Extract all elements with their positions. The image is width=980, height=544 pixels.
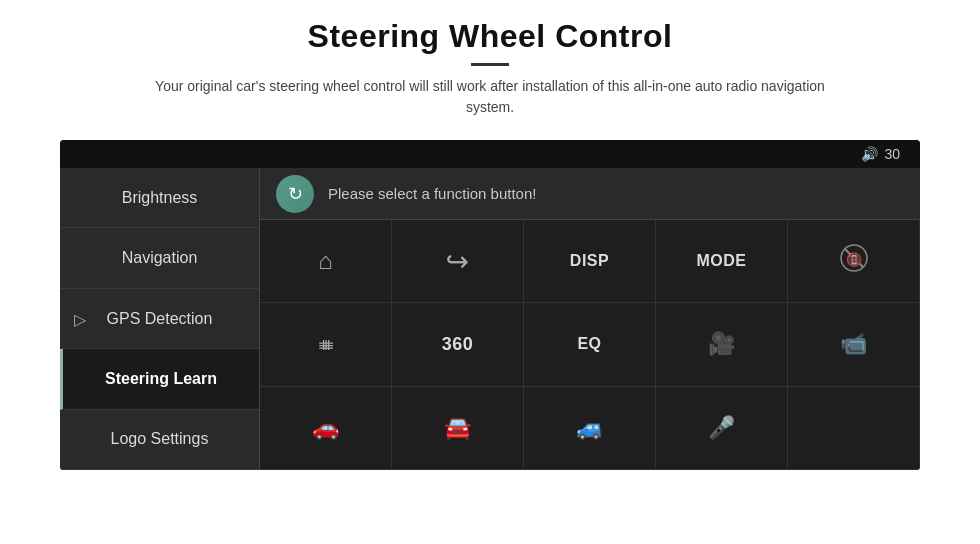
sidebar-item-gps-detection[interactable]: ▷ GPS Detection [60, 289, 259, 349]
control-panel: ↻ Please select a function button! ⌂ ↩ D… [260, 168, 920, 470]
volume-value: 30 [884, 146, 900, 162]
title-section: Steering Wheel Control Your original car… [140, 18, 840, 118]
volume-icon: 🔊 [861, 146, 878, 162]
grid-tuner-button[interactable]: ⩩ [260, 303, 392, 386]
back-icon: ↩ [446, 245, 469, 278]
camera2-icon: 📹 [840, 331, 867, 357]
car2-icon: 🚘 [444, 415, 471, 441]
sidebar: Brightness Navigation ▷ GPS Detection St… [60, 168, 260, 470]
eq-label: EQ [577, 335, 601, 353]
grid-car1-button[interactable]: 🚗 [260, 387, 392, 470]
tuner-icon: ⩩ [317, 333, 335, 356]
phone-off-icon: 📵 [840, 244, 868, 278]
sidebar-item-steering-learn[interactable]: Steering Learn [60, 349, 259, 409]
svg-text:📵: 📵 [846, 251, 863, 268]
cursor-arrow-icon: ▷ [74, 309, 86, 328]
mode-label: MODE [697, 252, 747, 270]
car1-icon: 🚗 [312, 415, 339, 441]
grid-camera2-button[interactable]: 📹 [788, 303, 920, 386]
home-icon: ⌂ [318, 247, 333, 275]
grid-mode-button[interactable]: MODE [656, 220, 788, 303]
sidebar-item-navigation[interactable]: Navigation [60, 228, 259, 288]
grid-home-button[interactable]: ⌂ [260, 220, 392, 303]
360-label: 360 [442, 334, 474, 355]
grid-back-button[interactable]: ↩ [392, 220, 524, 303]
sidebar-item-logo-settings[interactable]: Logo Settings [60, 410, 259, 470]
disp-label: DISP [570, 252, 609, 270]
grid-eq-button[interactable]: EQ [524, 303, 656, 386]
refresh-icon[interactable]: ↻ [276, 175, 314, 213]
car3-icon: 🚙 [576, 415, 603, 441]
grid-360-button[interactable]: 360 [392, 303, 524, 386]
grid-car3-button[interactable]: 🚙 [524, 387, 656, 470]
grid-disp-button[interactable]: DISP [524, 220, 656, 303]
grid-empty-cell [788, 387, 920, 470]
prompt-text: Please select a function button! [328, 185, 536, 202]
device-screen: 🔊 30 Brightness Navigation ▷ GPS Detecti… [60, 140, 920, 470]
grid-car2-button[interactable]: 🚘 [392, 387, 524, 470]
page-wrapper: Steering Wheel Control Your original car… [0, 0, 980, 544]
grid-camera1-button[interactable]: 🎥 [656, 303, 788, 386]
button-grid: ⌂ ↩ DISP MODE [260, 220, 920, 470]
subtitle: Your original car's steering wheel contr… [140, 76, 840, 118]
status-bar: 🔊 30 [60, 140, 920, 168]
title-divider [471, 63, 509, 66]
grid-mic-button[interactable]: 🎤 [656, 387, 788, 470]
grid-phone-off-button[interactable]: 📵 [788, 220, 920, 303]
camera1-icon: 🎥 [708, 331, 735, 357]
main-content: Brightness Navigation ▷ GPS Detection St… [60, 168, 920, 470]
page-title: Steering Wheel Control [140, 18, 840, 55]
prompt-bar: ↻ Please select a function button! [260, 168, 920, 220]
mic-icon: 🎤 [708, 415, 735, 441]
sidebar-item-brightness[interactable]: Brightness [60, 168, 259, 228]
